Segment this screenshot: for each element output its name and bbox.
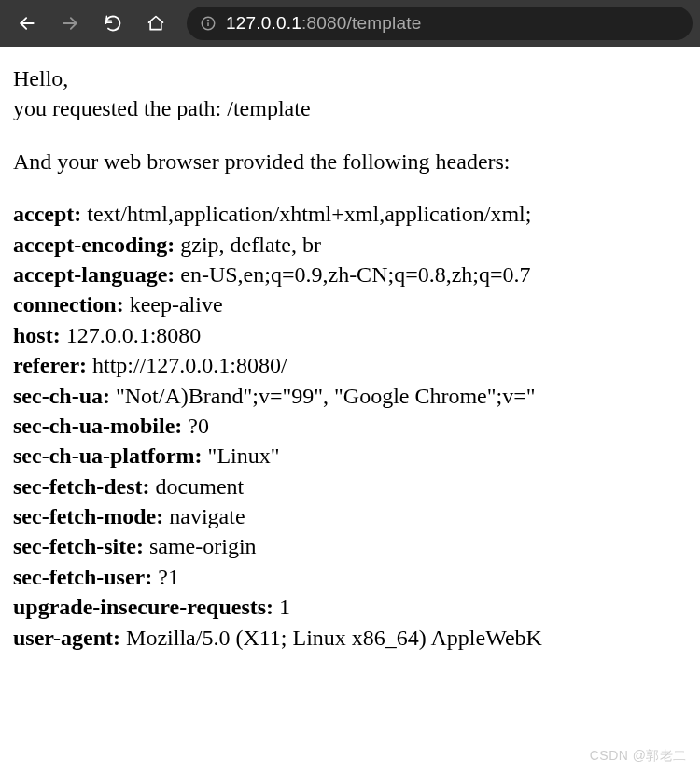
header-value: 1 [273,595,290,619]
header-name: host: [13,323,61,347]
reload-button[interactable] [93,5,133,42]
header-value: gzip, deflate, br [175,232,321,257]
header-row: host: 127.0.0.1:8080 [13,320,687,350]
greeting-text: Hello, [13,63,687,93]
header-row: user-agent: Mozilla/5.0 (X11; Linux x86_… [13,623,687,653]
header-name: sec-ch-ua: [13,384,110,408]
header-row: accept: text/html,application/xhtml+xml,… [13,199,687,229]
header-value: ?1 [152,565,179,589]
header-value: text/html,application/xhtml+xml,applicat… [81,202,531,226]
header-name: referer: [13,353,87,377]
requested-path-line: you requested the path: /template [13,93,687,123]
home-icon [147,14,165,33]
header-name: sec-fetch-mode: [13,504,163,528]
forward-button[interactable] [50,5,90,42]
header-value: en-US,en;q=0.9,zh-CN;q=0.8,zh;q=0.7 [175,262,530,287]
header-row: sec-ch-ua: "Not/A)Brand";v="99", "Google… [13,381,687,411]
header-name: sec-fetch-dest: [13,474,150,499]
page-content: Hello, you requested the path: /template… [0,47,700,669]
back-button[interactable] [7,5,47,42]
headers-list: accept: text/html,application/xhtml+xml,… [13,199,687,653]
svg-point-4 [207,20,208,21]
info-icon [200,15,217,32]
header-row: sec-fetch-site: same-origin [13,531,687,561]
header-name: upgrade-insecure-requests: [13,595,273,619]
header-row: upgrade-insecure-requests: 1 [13,592,687,622]
header-name: sec-fetch-site: [13,534,144,558]
header-value: keep-alive [124,292,223,317]
header-row: accept-language: en-US,en;q=0.9,zh-CN;q=… [13,260,687,289]
header-name: connection: [13,292,124,317]
header-row: referer: http://127.0.0.1:8080/ [13,350,687,380]
header-value: http://127.0.0.1:8080/ [87,353,287,377]
header-name: user-agent: [13,626,120,650]
header-name: accept-encoding: [13,232,175,257]
header-value: navigate [163,504,245,528]
header-value: 127.0.0.1:8080 [61,323,202,347]
header-name: accept: [13,202,81,226]
address-bar[interactable]: 127.0.0.1:8080/template [187,7,693,40]
header-row: sec-fetch-user: ?1 [13,562,687,592]
reload-icon [104,14,122,33]
arrow-left-icon [18,14,36,33]
header-row: sec-fetch-dest: document [13,471,687,501]
header-name: sec-ch-ua-mobile: [13,414,182,438]
header-row: sec-fetch-mode: navigate [13,501,687,531]
header-value: ?0 [182,414,209,438]
header-name: sec-fetch-user: [13,565,152,589]
header-row: accept-encoding: gzip, deflate, br [13,230,687,260]
headers-intro: And your web browser provided the follow… [13,147,687,176]
header-value: document [150,474,245,499]
url-text: 127.0.0.1:8080/template [226,13,422,34]
watermark-text: CSDN @郭老二 [590,748,687,765]
header-row: sec-ch-ua-mobile: ?0 [13,411,687,441]
header-value: "Linux" [203,443,280,468]
header-row: connection: keep-alive [13,289,687,319]
header-value: "Not/A)Brand";v="99", "Google Chrome";v=… [110,384,536,408]
header-name: accept-language: [13,262,175,287]
browser-toolbar: 127.0.0.1:8080/template [0,0,700,47]
header-value: same-origin [144,534,257,558]
header-row: sec-ch-ua-platform: "Linux" [13,441,687,471]
header-name: sec-ch-ua-platform: [13,443,203,468]
home-button[interactable] [136,5,175,42]
header-value: Mozilla/5.0 (X11; Linux x86_64) AppleWeb… [120,626,542,650]
arrow-right-icon [61,14,79,33]
